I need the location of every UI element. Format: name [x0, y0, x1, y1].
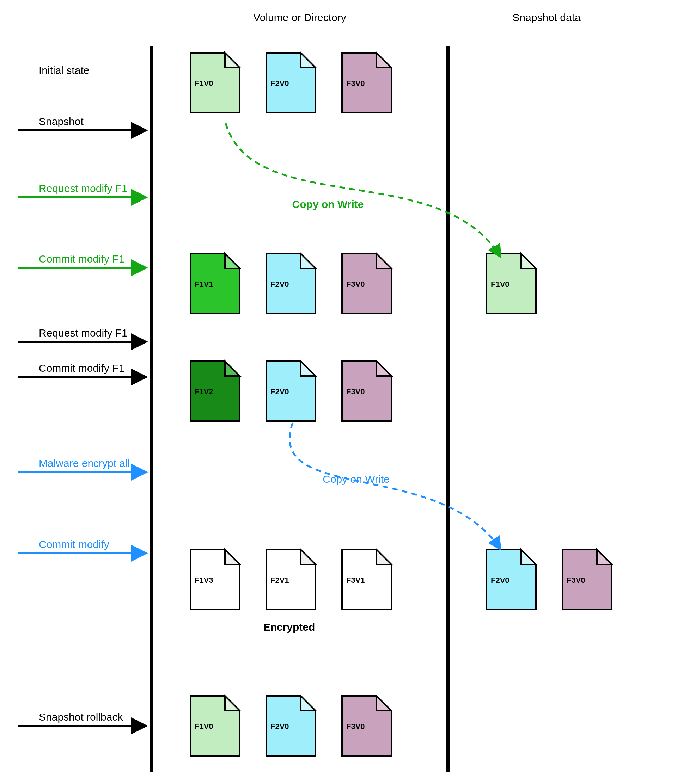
file-F2V0: F2V0: [266, 53, 315, 113]
file-label: F1V0: [491, 280, 510, 289]
file-F2V0: F2V0: [266, 254, 315, 314]
file-F3V0: F3V0: [342, 361, 392, 421]
cow-label-green: Copy on Write: [292, 198, 364, 210]
file-F1V2: F1V2: [190, 361, 240, 421]
file-label: F2V0: [270, 280, 289, 289]
event-commit_modify: Commit modify: [39, 538, 109, 550]
file-label: F3V0: [346, 387, 365, 396]
file-F3V0: F3V0: [342, 696, 392, 756]
file-row-snapshot1: F1V0: [487, 254, 536, 314]
file-label: F2V0: [270, 79, 289, 88]
cow-label-blue: Copy on Write: [323, 473, 390, 485]
file-label: F1V0: [195, 79, 213, 88]
file-label: F1V3: [195, 576, 213, 585]
file-label: F2V1: [270, 576, 289, 585]
event-initial: Initial state: [39, 64, 89, 76]
file-label: F1V2: [195, 387, 213, 396]
snapshot-diagram: Volume or Directory Snapshot data Initia…: [0, 0, 677, 784]
file-F2V0: F2V0: [266, 361, 315, 421]
file-F1V0: F1V0: [190, 696, 240, 756]
cow-arrow-green: [226, 123, 501, 257]
file-F2V1: F2V1: [266, 550, 315, 610]
file-F1V0: F1V0: [190, 53, 240, 113]
file-label: F3V1: [346, 576, 365, 585]
encrypted-label: Encrypted: [264, 621, 315, 633]
file-label: F2V0: [270, 387, 289, 396]
file-row-commit1: F1V1F2V0F3V0: [190, 254, 392, 314]
file-label: F2V0: [491, 576, 510, 585]
file-label: F1V1: [195, 280, 213, 289]
file-row-rollback: F1V0F2V0F3V0: [190, 696, 392, 756]
file-label: F3V0: [567, 576, 585, 585]
event-column: Initial stateSnapshotRequest modify F1Co…: [18, 64, 146, 726]
file-F1V0: F1V0: [487, 254, 536, 314]
file-F1V1: F1V1: [190, 254, 240, 314]
file-F2V0: F2V0: [487, 550, 536, 610]
file-label: F1V0: [195, 722, 213, 731]
file-F3V0: F3V0: [342, 53, 392, 113]
event-snapshot: Snapshot: [39, 115, 84, 127]
event-rollback: Snapshot rollback: [39, 711, 123, 723]
file-F3V0: F3V0: [342, 254, 392, 314]
event-req_mod_f1_a: Request modify F1: [39, 182, 128, 194]
event-req_mod_f1_b: Request modify F1: [39, 327, 128, 339]
file-label: F3V0: [346, 79, 365, 88]
header-volume: Volume or Directory: [253, 12, 346, 23]
file-row-commit2: F1V2F2V0F3V0: [190, 361, 392, 421]
cow-arrow-blue: [290, 423, 501, 550]
header-snapshot: Snapshot data: [512, 12, 581, 23]
file-F3V1: F3V1: [342, 550, 392, 610]
file-label: F3V0: [346, 722, 365, 731]
file-F3V0: F3V0: [562, 550, 612, 610]
file-row-snapshot2: F2V0F3V0: [487, 550, 612, 610]
event-commit_mod_f1_a: Commit modify F1: [39, 253, 125, 264]
file-F1V3: F1V3: [190, 550, 240, 610]
file-row-encrypted: F1V3F2V1F3V1: [190, 550, 392, 610]
file-F2V0: F2V0: [266, 696, 315, 756]
file-label: F2V0: [270, 722, 289, 731]
event-malware: Malware encrypt all: [39, 457, 130, 469]
file-row-initial: F1V0F2V0F3V0: [190, 53, 392, 113]
event-commit_mod_f1_b: Commit modify F1: [39, 362, 125, 374]
file-label: F3V0: [346, 280, 365, 289]
